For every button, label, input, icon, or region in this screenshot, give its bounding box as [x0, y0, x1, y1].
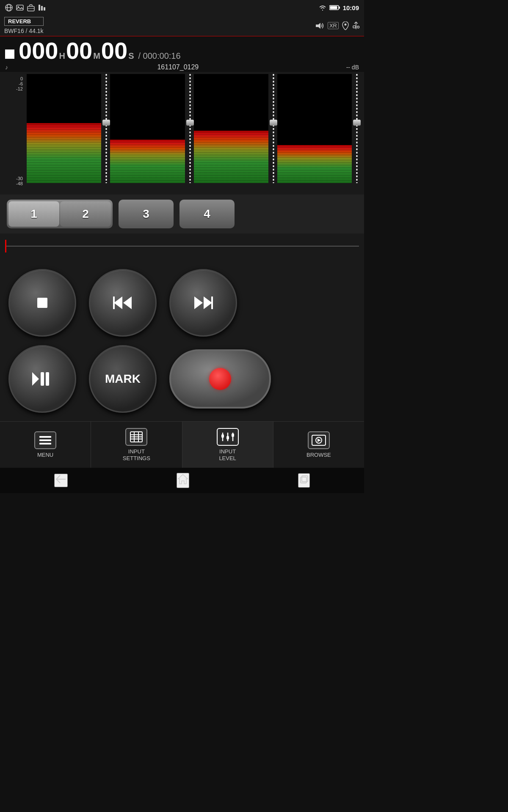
- meter-section: 0 -6 -12 -30 -48: [0, 72, 364, 195]
- input-level-icon-box: [217, 428, 239, 446]
- channel-btn-3[interactable]: 3: [119, 200, 174, 228]
- home-icon: [177, 474, 188, 485]
- time-seconds: 00: [101, 39, 127, 63]
- hours-label: H: [59, 51, 65, 61]
- channel-btn-group-12: 1 2: [7, 200, 113, 228]
- transport-row-2: MARK: [8, 345, 356, 413]
- bottom-nav: MENU INPUTSETTINGS INPUT: [0, 421, 364, 468]
- status-bar: 10:09: [0, 0, 364, 15]
- svg-marker-13: [316, 23, 320, 29]
- svg-rect-29: [39, 439, 51, 441]
- mark-button[interactable]: MARK: [89, 345, 157, 413]
- meter-channel-4: [277, 74, 361, 183]
- stop-button[interactable]: [8, 269, 76, 337]
- svg-rect-12: [330, 6, 337, 9]
- nav-input-level[interactable]: INPUTLEVEL: [182, 422, 273, 468]
- nav-input-settings[interactable]: INPUTSETTINGS: [91, 422, 182, 468]
- back-arrow-icon: [55, 475, 67, 484]
- briefcase-icon: [27, 4, 35, 11]
- transport-controls: MARK: [0, 259, 364, 421]
- bars-icon: [38, 4, 46, 11]
- svg-rect-16: [353, 26, 356, 28]
- transport-row-1: [8, 269, 356, 337]
- svg-marker-22: [194, 296, 203, 309]
- meter-slider-4[interactable]: [353, 74, 361, 183]
- svg-rect-42: [232, 433, 234, 437]
- battery-icon: [329, 5, 340, 11]
- image-icon: [16, 4, 24, 11]
- svg-rect-40: [226, 436, 229, 439]
- svg-marker-23: [204, 296, 212, 309]
- file-info: BWF16 / 44.1k: [4, 27, 44, 34]
- menu-icon-box: [34, 431, 56, 449]
- progress-track[interactable]: [5, 246, 359, 247]
- input-settings-icon-box: [125, 428, 147, 446]
- meter-slider-3[interactable]: [270, 74, 277, 183]
- svg-rect-30: [39, 443, 51, 444]
- channel-btn-4[interactable]: 4: [179, 200, 235, 228]
- svg-point-14: [345, 23, 347, 25]
- svg-marker-20: [123, 296, 132, 309]
- svg-rect-7: [39, 5, 40, 11]
- android-back-button[interactable]: [54, 474, 68, 487]
- svg-rect-3: [17, 5, 23, 10]
- browse-label: BROWSE: [306, 452, 331, 458]
- rewind-button[interactable]: [89, 269, 157, 337]
- sliders-icon: [220, 431, 235, 443]
- progress-marker: [5, 240, 6, 252]
- grid-icon: [130, 431, 143, 443]
- browse-icon-box: [308, 431, 330, 449]
- clock: 10:09: [343, 4, 359, 11]
- xr-label: XR: [328, 22, 339, 29]
- input-level-label: INPUTLEVEL: [219, 448, 236, 461]
- nav-browse[interactable]: BROWSE: [273, 422, 364, 468]
- recent-apps-icon: [299, 474, 309, 484]
- minutes-label: M: [93, 51, 100, 61]
- svg-marker-46: [178, 475, 188, 484]
- globe-icon: [5, 4, 13, 11]
- svg-rect-11: [339, 7, 340, 9]
- music-note-icon: ♪: [5, 64, 8, 71]
- meter-channel-1: [27, 74, 110, 183]
- meter-bar-3: [194, 74, 268, 183]
- record-button[interactable]: [169, 349, 271, 409]
- stop-indicator: [5, 49, 14, 59]
- progress-section[interactable]: [0, 233, 364, 259]
- android-recent-button[interactable]: [298, 473, 310, 488]
- play-pause-button[interactable]: [8, 345, 76, 413]
- play-pause-icon: [31, 371, 53, 387]
- channel-btn-2[interactable]: 2: [60, 201, 111, 227]
- svg-point-17: [357, 26, 359, 28]
- svg-marker-25: [32, 372, 39, 386]
- svg-rect-24: [211, 296, 213, 309]
- usb-icon: [352, 22, 360, 30]
- reverb-badge: REVERB: [4, 17, 44, 26]
- svg-rect-8: [41, 6, 43, 11]
- svg-rect-9: [44, 7, 45, 11]
- svg-rect-27: [46, 372, 49, 386]
- fast-forward-button[interactable]: [169, 269, 237, 337]
- header-icons: XR: [315, 22, 360, 30]
- transport-info: 000 H 00 M 00 S / 000:00:16 ♪ 161107_012…: [0, 36, 364, 72]
- seconds-label: S: [128, 51, 134, 61]
- time-minutes: 00: [66, 39, 92, 63]
- meter-channel-3: [194, 74, 277, 183]
- record-dot: [209, 368, 231, 390]
- android-nav: [0, 468, 364, 493]
- nav-menu[interactable]: MENU: [0, 422, 91, 468]
- total-time: / 000:00:16: [138, 51, 181, 61]
- meter-scale: 0 -6 -12 -30 -48: [3, 76, 25, 186]
- menu-lines-icon: [39, 434, 52, 446]
- meter-bar-2: [110, 74, 185, 183]
- menu-label: MENU: [37, 452, 53, 458]
- meter-slider-2[interactable]: [186, 74, 194, 183]
- svg-marker-45: [318, 439, 321, 442]
- svg-rect-26: [41, 372, 44, 386]
- meter-slider-1[interactable]: [102, 74, 110, 183]
- svg-rect-18: [37, 298, 47, 308]
- meters-container: [27, 72, 361, 186]
- svg-rect-38: [221, 434, 224, 438]
- svg-marker-19: [114, 296, 122, 309]
- channel-btn-1[interactable]: 1: [8, 201, 59, 227]
- android-home-button[interactable]: [177, 473, 189, 488]
